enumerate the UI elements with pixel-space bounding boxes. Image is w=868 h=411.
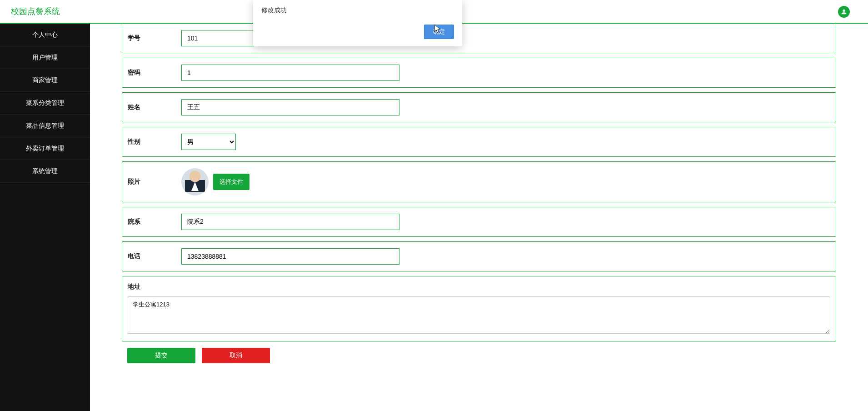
submit-button[interactable]: 提交 (127, 348, 195, 363)
sidebar-item-merchant-management[interactable]: 商家管理 (0, 69, 90, 92)
label-name: 姓名 (128, 103, 181, 111)
label-password: 密码 (128, 69, 181, 77)
field-group-photo: 照片 选择文件 (122, 161, 836, 202)
label-photo: 照片 (128, 178, 181, 186)
sidebar-item-system-management[interactable]: 系统管理 (0, 160, 90, 183)
sidebar-item-dish-info-management[interactable]: 菜品信息管理 (0, 115, 90, 137)
select-gender[interactable]: 男 (181, 134, 236, 150)
textarea-address[interactable] (128, 296, 830, 334)
success-modal: 修改成功 确定 (253, 0, 462, 46)
sidebar: 个人中心 用户管理 商家管理 菜系分类管理 菜品信息管理 外卖订单管理 系统管理 (0, 24, 90, 411)
label-student-id: 学号 (128, 34, 181, 42)
field-group-password: 密码 (122, 58, 836, 88)
sidebar-item-personal-center[interactable]: 个人中心 (0, 24, 90, 46)
photo-thumbnail (181, 168, 209, 195)
input-phone[interactable] (181, 248, 399, 265)
field-group-address: 地址 (122, 276, 836, 341)
input-faculty[interactable] (181, 214, 399, 230)
label-phone: 电话 (128, 252, 181, 261)
field-group-student-id: 学号 (122, 24, 836, 53)
input-name[interactable] (181, 99, 399, 115)
modal-message: 修改成功 (261, 6, 454, 15)
choose-file-button[interactable]: 选择文件 (213, 174, 249, 190)
sidebar-item-user-management[interactable]: 用户管理 (0, 46, 90, 69)
user-avatar-button[interactable] (838, 6, 850, 18)
field-group-phone: 电话 (122, 241, 836, 271)
sidebar-item-cuisine-category-management[interactable]: 菜系分类管理 (0, 92, 90, 115)
label-faculty: 院系 (128, 218, 181, 226)
app-title: 校园点餐系统 (11, 6, 60, 17)
user-icon (840, 8, 848, 15)
label-address: 地址 (128, 283, 181, 291)
modal-confirm-button[interactable]: 确定 (424, 25, 454, 39)
cancel-button[interactable]: 取消 (202, 348, 270, 363)
field-group-name: 姓名 (122, 92, 836, 122)
field-group-faculty: 院系 (122, 207, 836, 237)
main-content: 学号 密码 姓名 性别 男 照片 选择文件 院系 电话 地址 提交 取消 (90, 24, 868, 411)
sidebar-item-delivery-order-management[interactable]: 外卖订单管理 (0, 137, 90, 160)
field-group-gender: 性别 男 (122, 127, 836, 157)
input-password[interactable] (181, 65, 399, 81)
form-actions-row: 提交 取消 (122, 348, 836, 363)
label-gender: 性别 (128, 138, 181, 146)
